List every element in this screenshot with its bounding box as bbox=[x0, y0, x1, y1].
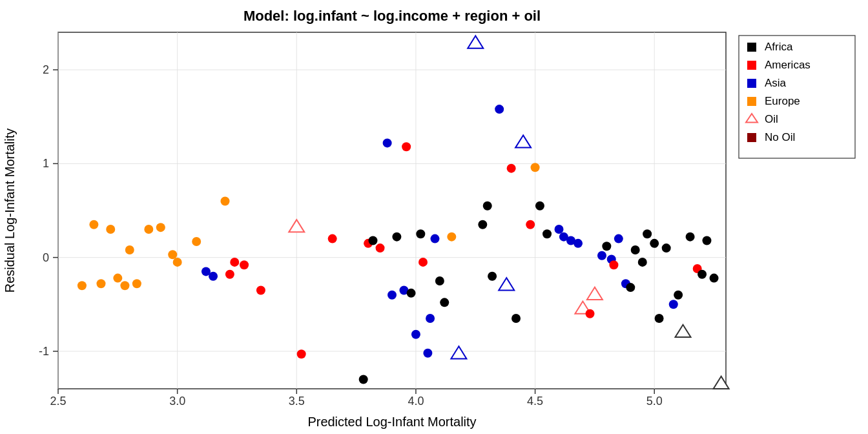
svg-text:4.0: 4.0 bbox=[408, 395, 424, 408]
svg-point-49 bbox=[209, 272, 218, 281]
svg-text:-1: -1 bbox=[39, 345, 49, 358]
svg-rect-123 bbox=[747, 61, 756, 70]
svg-point-53 bbox=[240, 260, 249, 269]
svg-text:3.5: 3.5 bbox=[289, 395, 305, 408]
svg-text:No Oil: No Oil bbox=[765, 131, 795, 143]
svg-point-51 bbox=[225, 270, 234, 279]
svg-text:Africa: Africa bbox=[765, 41, 793, 53]
svg-point-45 bbox=[168, 250, 177, 259]
svg-point-37 bbox=[96, 279, 105, 288]
svg-text:1: 1 bbox=[43, 157, 49, 170]
svg-point-82 bbox=[495, 105, 504, 114]
svg-point-69 bbox=[416, 229, 425, 238]
svg-point-44 bbox=[156, 223, 165, 232]
svg-point-80 bbox=[483, 202, 492, 211]
svg-point-60 bbox=[368, 236, 377, 245]
svg-point-46 bbox=[173, 258, 182, 267]
svg-point-118 bbox=[710, 274, 719, 283]
svg-rect-131 bbox=[747, 133, 756, 142]
svg-point-47 bbox=[192, 237, 201, 246]
svg-point-99 bbox=[602, 242, 611, 251]
svg-point-117 bbox=[702, 236, 711, 245]
svg-point-89 bbox=[535, 202, 544, 211]
svg-point-106 bbox=[638, 258, 647, 267]
svg-point-56 bbox=[297, 349, 306, 358]
svg-point-72 bbox=[426, 314, 435, 323]
svg-point-81 bbox=[488, 272, 497, 281]
svg-point-104 bbox=[626, 283, 635, 292]
svg-point-50 bbox=[221, 196, 230, 205]
svg-rect-125 bbox=[747, 79, 756, 88]
svg-text:Predicted Log-Infant Mortality: Predicted Log-Infant Mortality bbox=[307, 415, 476, 429]
svg-point-66 bbox=[402, 142, 411, 151]
svg-point-42 bbox=[132, 279, 141, 288]
svg-rect-127 bbox=[747, 97, 756, 106]
svg-point-74 bbox=[435, 276, 444, 285]
svg-point-102 bbox=[614, 234, 623, 243]
svg-text:Americas: Americas bbox=[765, 59, 811, 71]
svg-point-41 bbox=[125, 245, 134, 254]
svg-point-67 bbox=[407, 289, 416, 298]
svg-text:3.0: 3.0 bbox=[169, 395, 185, 408]
svg-point-87 bbox=[526, 220, 535, 229]
svg-point-61 bbox=[376, 243, 385, 253]
svg-text:2.5: 2.5 bbox=[50, 395, 66, 408]
svg-point-58 bbox=[359, 375, 368, 384]
svg-text:Residual Log-Infant Mortality: Residual Log-Infant Mortality bbox=[3, 129, 17, 293]
svg-point-108 bbox=[650, 239, 659, 248]
svg-point-43 bbox=[144, 225, 153, 234]
svg-point-68 bbox=[411, 330, 420, 339]
svg-point-116 bbox=[698, 270, 707, 279]
svg-point-52 bbox=[230, 258, 239, 267]
svg-point-40 bbox=[120, 281, 129, 290]
svg-point-79 bbox=[478, 220, 487, 229]
svg-text:0: 0 bbox=[43, 251, 49, 264]
svg-point-62 bbox=[383, 138, 392, 147]
svg-rect-1 bbox=[58, 32, 726, 389]
svg-text:Asia: Asia bbox=[765, 77, 787, 89]
svg-point-88 bbox=[531, 163, 540, 172]
svg-point-39 bbox=[113, 274, 122, 283]
svg-point-38 bbox=[106, 225, 115, 234]
svg-point-71 bbox=[423, 349, 432, 358]
scatter-plot: 2.53.03.54.04.55.0-1012Model: log.infant… bbox=[0, 0, 868, 434]
svg-text:Oil: Oil bbox=[765, 113, 778, 125]
svg-point-107 bbox=[643, 229, 652, 238]
chart-container: 2.53.03.54.04.55.0-1012Model: log.infant… bbox=[0, 0, 868, 434]
svg-point-76 bbox=[447, 232, 456, 242]
svg-point-111 bbox=[669, 300, 678, 309]
svg-point-96 bbox=[586, 309, 595, 318]
svg-point-112 bbox=[674, 291, 683, 300]
svg-point-35 bbox=[78, 281, 87, 290]
svg-point-63 bbox=[388, 291, 397, 300]
svg-point-109 bbox=[655, 314, 664, 323]
svg-point-91 bbox=[555, 225, 564, 234]
svg-point-73 bbox=[430, 234, 439, 243]
svg-point-90 bbox=[542, 229, 552, 238]
svg-point-110 bbox=[662, 243, 671, 253]
svg-point-54 bbox=[256, 285, 265, 294]
svg-point-84 bbox=[507, 164, 516, 173]
svg-text:Europe: Europe bbox=[765, 95, 800, 107]
svg-point-70 bbox=[418, 258, 428, 267]
svg-point-105 bbox=[631, 245, 640, 254]
svg-point-114 bbox=[686, 232, 695, 242]
svg-point-36 bbox=[89, 220, 98, 229]
svg-point-94 bbox=[574, 239, 583, 248]
svg-point-101 bbox=[609, 260, 618, 269]
svg-point-85 bbox=[512, 314, 521, 323]
svg-text:Model: log.infant ~ log.income: Model: log.infant ~ log.income + region … bbox=[243, 8, 541, 24]
svg-text:2: 2 bbox=[43, 63, 49, 76]
svg-text:4.5: 4.5 bbox=[527, 395, 543, 408]
svg-rect-121 bbox=[747, 43, 756, 52]
svg-point-57 bbox=[328, 234, 337, 243]
svg-text:5.0: 5.0 bbox=[646, 395, 663, 408]
svg-point-64 bbox=[392, 232, 401, 242]
svg-point-98 bbox=[597, 251, 606, 260]
svg-point-75 bbox=[440, 298, 449, 307]
